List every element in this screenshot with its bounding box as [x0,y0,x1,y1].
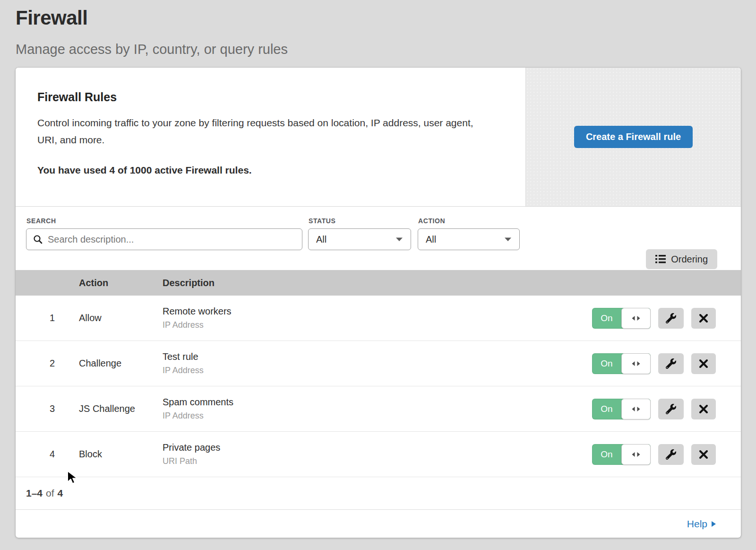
arrow-right-icon [711,521,716,527]
pagination-bar: 1–4 of 4 [16,477,741,510]
search-box[interactable] [26,228,302,250]
rule-enabled-toggle[interactable]: On [592,444,651,465]
action-filter-group: ACTION All [418,217,520,250]
rule-enabled-toggle[interactable]: On [592,353,651,374]
search-label: SEARCH [26,217,302,225]
close-icon [699,405,708,413]
page-subtitle: Manage access by IP, country, or query r… [16,42,756,57]
rule-action: Challenge [79,358,163,369]
rule-description: Remote workers [163,306,592,317]
search-filter-group: SEARCH [26,217,302,250]
left-right-arrows-icon [632,452,640,457]
rule-description: Test rule [163,351,592,362]
rule-description-cell: Test rule IP Address [163,351,592,375]
delete-rule-button[interactable] [691,308,716,329]
intro-text-block: Firewall Rules Control incoming traffic … [16,68,525,206]
action-column-header: Action [79,278,163,288]
rule-controls: On [592,444,741,465]
rule-priority: 3 [16,403,79,414]
wrench-icon [666,313,676,323]
edit-rule-button[interactable] [658,353,684,374]
delete-rule-button[interactable] [691,353,716,374]
rule-description-cell: Remote workers IP Address [163,306,592,330]
edit-rule-button[interactable] [658,399,684,419]
rule-action: Block [79,449,163,460]
edit-rule-button[interactable] [658,444,684,465]
rule-priority: 4 [16,449,79,460]
page-header: Firewall Manage access by IP, country, o… [0,0,756,57]
rule-priority: 2 [16,358,79,369]
card-footer: Help [16,510,741,538]
table-row: 1 Allow Remote workers IP Address On [16,296,741,341]
rule-enabled-toggle[interactable]: On [592,399,651,419]
delete-rule-button[interactable] [691,444,716,465]
wrench-icon [666,358,676,369]
help-link[interactable]: Help [687,518,716,530]
toggle-state-label: On [592,399,621,419]
toggle-knob[interactable] [621,399,651,419]
firewall-rules-card: Firewall Rules Control incoming traffic … [16,68,741,538]
rule-enabled-toggle[interactable]: On [592,308,651,329]
description-column-header: Description [163,278,741,288]
left-right-arrows-icon [632,315,640,321]
action-label: ACTION [418,217,520,225]
filters-bar: SEARCH STATUS All ACTION All [16,207,741,270]
toggle-knob[interactable] [621,308,651,329]
status-label: STATUS [309,217,411,225]
rule-controls: On [592,399,741,419]
edit-rule-button[interactable] [658,308,684,329]
create-firewall-rule-button[interactable]: Create a Firewall rule [574,126,693,148]
toggle-state-label: On [592,353,621,374]
close-icon [699,450,708,459]
action-select[interactable]: All [418,228,520,250]
rule-description-cell: Spam comments IP Address [163,397,592,421]
rule-action: Allow [79,313,163,323]
table-row: 2 Challenge Test rule IP Address On [16,341,741,386]
rule-description: Spam comments [163,397,592,408]
action-select-value: All [426,234,436,245]
pagination-total: 4 [58,488,63,499]
wrench-icon [666,449,676,460]
ordered-list-icon [655,254,666,264]
rule-match-type: URI Path [163,456,592,466]
intro-description: Control incoming traffic to your zone by… [37,114,491,148]
search-input[interactable] [48,234,295,245]
create-rule-panel: Create a Firewall rule [525,68,741,206]
toggle-knob[interactable] [621,353,651,374]
rule-controls: On [592,308,741,329]
status-select[interactable]: All [308,228,411,250]
table-row: 3 JS Challenge Spam comments IP Address … [16,386,741,432]
close-icon [699,314,708,323]
rule-priority: 1 [16,313,79,323]
toggle-state-label: On [592,444,621,465]
intro-section: Firewall Rules Control incoming traffic … [16,68,741,207]
rule-controls: On [592,353,741,374]
delete-rule-button[interactable] [691,399,716,419]
intro-heading: Firewall Rules [37,90,504,104]
page-title: Firewall [16,7,756,29]
help-link-label: Help [687,518,707,530]
rule-match-type: IP Address [163,411,592,421]
rule-match-type: IP Address [163,366,592,375]
toggle-state-label: On [592,308,621,329]
usage-summary: You have used 4 of 1000 active Firewall … [37,165,504,176]
table-header: Action Description [16,270,741,296]
wrench-icon [666,404,676,414]
search-icon [33,235,43,244]
pagination-of: of [46,488,54,499]
table-row: 4 Block Private pages URI Path On [16,432,741,477]
status-select-value: All [316,234,326,245]
rule-match-type: IP Address [163,320,592,330]
left-right-arrows-icon [632,406,640,412]
left-right-arrows-icon [632,361,640,367]
chevron-down-icon [395,237,403,242]
close-icon [699,359,708,368]
rule-description-cell: Private pages URI Path [163,442,592,466]
ordering-button[interactable]: Ordering [646,249,717,269]
rule-action: JS Challenge [79,403,163,414]
ordering-button-label: Ordering [671,254,708,265]
rule-description: Private pages [163,442,592,453]
status-filter-group: STATUS All [308,217,411,250]
pagination-range: 1–4 [26,488,43,499]
toggle-knob[interactable] [621,444,651,465]
